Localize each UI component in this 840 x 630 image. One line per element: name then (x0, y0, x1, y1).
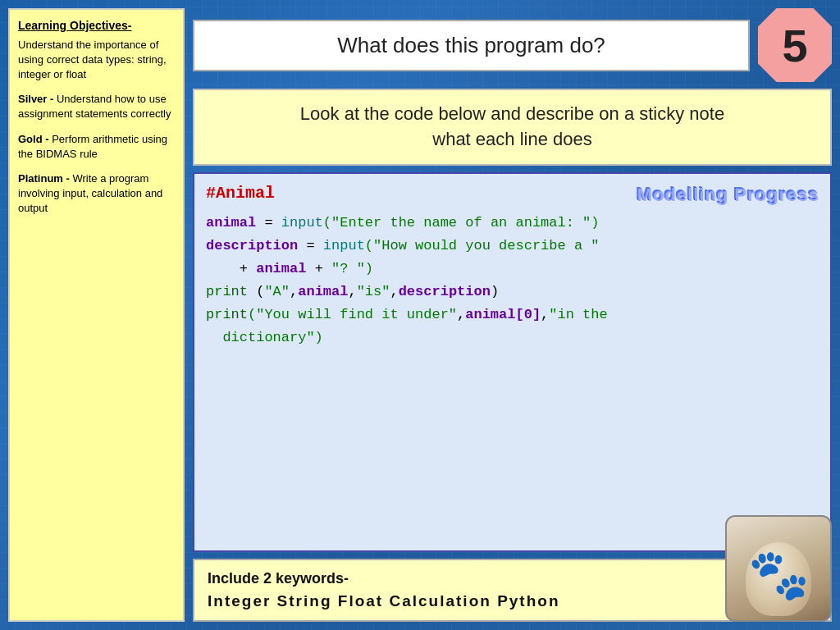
ferret-graphic (725, 515, 832, 622)
learning-objectives-title: Learning Objectives- (18, 18, 175, 34)
modelling-progress-label: Modelling Progress (637, 184, 819, 205)
top-row: What does this program do? 5 (193, 8, 832, 82)
platinum-section: Platinum - Write a program involving inp… (18, 171, 175, 217)
code-comment: #Animal (206, 184, 275, 203)
slide-title: What does this program do? (193, 20, 750, 71)
code-line-2: description = input("How would you descr… (206, 235, 819, 258)
instruction-box: Look at the code below and describe on a… (193, 89, 832, 166)
fn-input-1: input (281, 215, 323, 231)
code-line-2b: + animal + "? ") (206, 258, 819, 281)
fn-input-2: input (323, 238, 365, 253)
silver-label: Silver - (18, 93, 53, 105)
code-line-1: animal = input("Enter the name of an ani… (206, 212, 819, 235)
code-line-3: print ("A",animal,"is",description) (206, 281, 819, 304)
ferret-image (725, 515, 832, 622)
fn-print-2: print (206, 307, 248, 322)
right-panel: What does this program do? 5 Look at the… (193, 8, 832, 622)
platinum-label: Platinum - (18, 172, 70, 185)
gold-label: Gold - (18, 133, 49, 145)
gold-section: Gold - Perform arithmetic using the BIDM… (18, 132, 175, 162)
code-area: #Animal Modelling Progress animal = inpu… (193, 172, 832, 552)
code-line-4a: print("You will find it under",animal[0]… (206, 304, 819, 326)
fn-print-1: print (206, 284, 248, 299)
learning-objectives-panel: Learning Objectives- Understand the impo… (8, 8, 185, 622)
code-line-4b: dictionary") (206, 326, 819, 349)
instruction-line2: what each line does (432, 129, 591, 149)
bottom-row: Include 2 keywords- Integer String Float… (193, 559, 832, 622)
silver-section: Silver - Understand how to use assignmen… (18, 92, 175, 121)
var-animal: animal (206, 215, 256, 231)
slide-number: 5 (758, 8, 832, 82)
instruction-line1: Look at the code below and describe on a… (300, 103, 724, 124)
code-block: animal = input("Enter the name of an ani… (206, 212, 819, 349)
var-description: description (206, 238, 298, 253)
code-header: #Animal Modelling Progress (206, 184, 819, 205)
objective-text: Understand the importance of using corre… (18, 38, 175, 83)
